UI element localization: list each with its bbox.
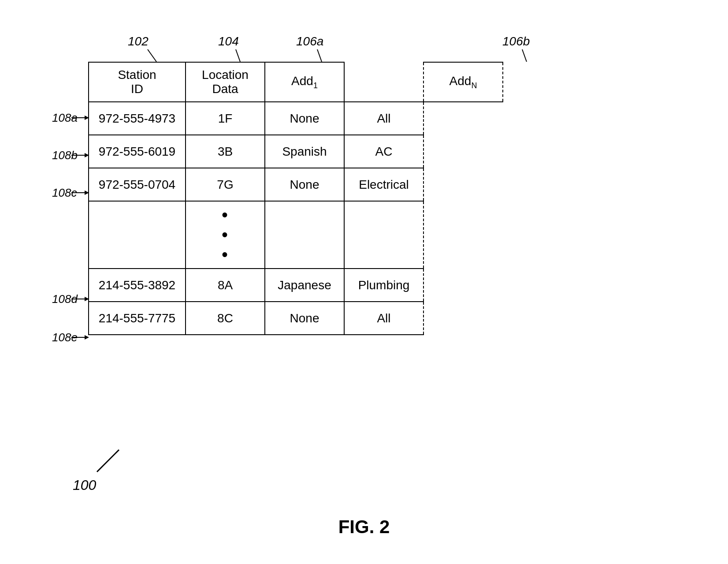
ref-102-label: 102 (128, 34, 149, 49)
ref-108d-label: 108d (52, 292, 78, 306)
svg-line-2 (317, 49, 322, 62)
dots-col3 (265, 201, 344, 269)
addN-cell: AC (344, 135, 423, 168)
add1-cell: None (265, 302, 344, 335)
station-id-cell: 972-555-0704 (89, 168, 186, 201)
station-id-cell: 214-555-3892 (89, 269, 186, 302)
ref-108e-label: 108e (52, 331, 78, 344)
gap-col (344, 62, 423, 102)
table-row: 972-555-6019 3B Spanish AC (89, 135, 503, 168)
addN-cell: All (344, 102, 423, 135)
addN-cell: Electrical (344, 168, 423, 201)
figure-label: FIG. 2 (338, 516, 390, 538)
location-cell: 3B (186, 135, 265, 168)
location-cell: 7G (186, 168, 265, 201)
location-cell: 8A (186, 269, 265, 302)
add1-cell: Spanish (265, 135, 344, 168)
station-id-cell: 972-555-6019 (89, 135, 186, 168)
dots-row: ••• (89, 201, 503, 269)
addN-cell: Plumbing (344, 269, 423, 302)
addN-cell: All (344, 302, 423, 335)
add1-cell: None (265, 168, 344, 201)
main-table: StationID LocationData Add1 AddN 972-555… (88, 62, 503, 335)
dots-col4 (344, 201, 423, 269)
ref-108c-label: 108c (52, 186, 77, 200)
add1-cell: Japanese (265, 269, 344, 302)
col-add1-header: Add1 (265, 62, 344, 102)
svg-line-14 (97, 450, 119, 472)
svg-line-1 (236, 49, 240, 62)
ref-104-label: 104 (218, 34, 239, 49)
table-row: 972-555-4973 1F None All (89, 102, 503, 135)
dots-col1 (89, 201, 186, 269)
ref-106b-label: 106b (502, 34, 530, 49)
station-id-cell: 214-555-7775 (89, 302, 186, 335)
ref-108a-label: 108a (52, 111, 78, 125)
ref-108b-label: 108b (52, 149, 78, 162)
col-station-id-header: StationID (89, 62, 186, 102)
page-container: 102 104 106a 106b 108a 108b 108c 108d 10… (0, 0, 728, 564)
add1-cell: None (265, 102, 344, 135)
table-row: 972-555-0704 7G None Electrical (89, 168, 503, 201)
station-id-cell: 972-555-4973 (89, 102, 186, 135)
col-addN-header: AddN (423, 62, 503, 102)
location-cell: 8C (186, 302, 265, 335)
table-row: 214-555-7775 8C None All (89, 302, 503, 335)
col-location-data-header: LocationData (186, 62, 265, 102)
dots-col2: ••• (186, 201, 265, 269)
location-cell: 1F (186, 102, 265, 135)
ref-100-label: 100 (73, 477, 96, 493)
svg-marker-15 (117, 448, 121, 452)
svg-marker-13 (85, 335, 89, 340)
svg-line-3 (522, 49, 527, 62)
svg-line-0 (148, 49, 156, 62)
table-row: 214-555-3892 8A Japanese Plumbing (89, 269, 503, 302)
ref-106a-label: 106a (296, 34, 323, 49)
